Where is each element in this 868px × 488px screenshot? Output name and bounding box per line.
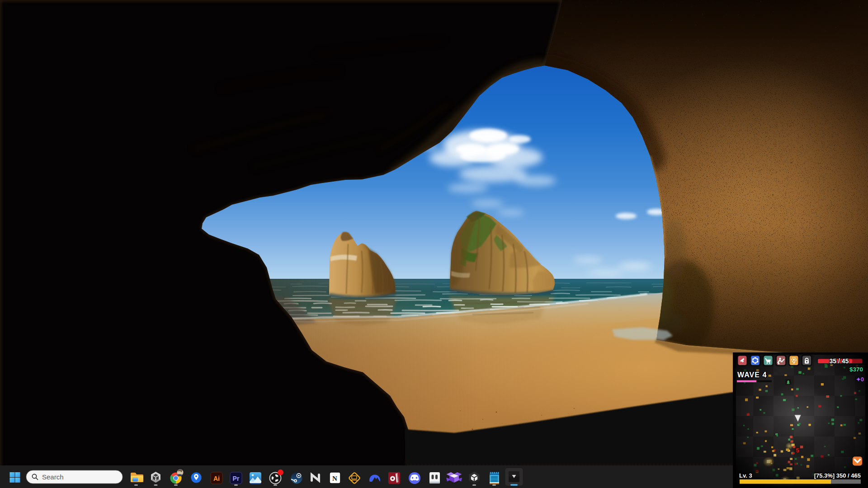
svg-text:Search: Search [42,473,64,481]
svg-text:✦0: ✦0 [856,376,864,383]
svg-text:35 / 45: 35 / 45 [830,357,849,365]
svg-text:N: N [332,475,337,482]
svg-text:Lv. 3: Lv. 3 [739,472,752,479]
svg-text:Pr: Pr [233,475,240,482]
svg-text:5: 5 [796,447,799,454]
svg-text:WAVE 4: WAVE 4 [737,371,767,379]
svg-text:Ai: Ai [213,475,220,482]
svg-text:[75.3%] 350 / 465: [75.3%] 350 / 465 [814,472,861,479]
svg-text:$370: $370 [849,366,863,373]
